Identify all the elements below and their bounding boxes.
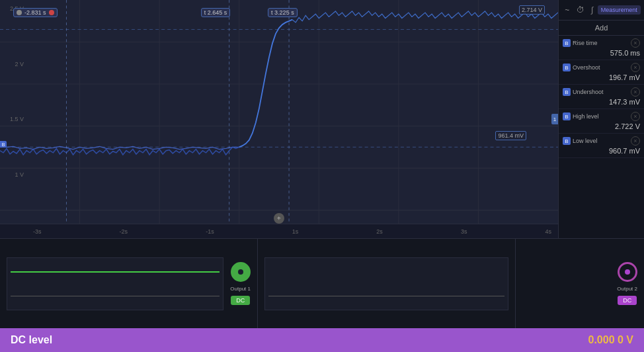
status-value: 0.000 0 V	[588, 334, 634, 346]
cursor-label-3: t 3.225 s	[268, 8, 298, 17]
measurement-rise-time-value: 575.0 ms	[563, 49, 640, 57]
channels-row: Output 1 DC Output 2 DC	[0, 238, 644, 328]
badge-undershoot: B	[563, 88, 571, 96]
channel-1-white-line	[11, 296, 220, 296]
waveform-svg	[0, 0, 558, 238]
channel-center-panel	[258, 239, 516, 328]
measurement-undershoot-label: B Undershoot	[563, 88, 604, 96]
tab-wave[interactable]: ~	[562, 4, 572, 16]
output1-inner-dot	[238, 269, 243, 275]
badge-low-level: B	[563, 137, 571, 145]
x-label-4s: 4s	[545, 228, 551, 235]
measurement-undershoot: B Undershoot × 147.3 mV	[559, 85, 644, 109]
scope-area[interactable]: 2.5 V 2 V 1.5 V 1 V 500 mV 2.714 V 961.4…	[0, 0, 558, 238]
y-label-15v: 1.5 V	[3, 116, 24, 122]
measurement-high-level-label: B High level	[563, 112, 599, 120]
trigger-icon[interactable]: ⌖	[274, 213, 284, 224]
y-label-2v: 2 V	[3, 61, 24, 67]
add-button[interactable]: Add	[559, 21, 644, 36]
cursor-label-1: -2.831 s	[13, 8, 58, 17]
x-label-m2s: -2s	[120, 228, 128, 235]
channel2-dc-button[interactable]: DC	[618, 296, 637, 305]
output2-button[interactable]	[618, 262, 637, 282]
measurement-low-level-value: 960.7 mV	[563, 147, 640, 155]
time-axis: -3s -2s -1s 1s 2s 3s 4s	[0, 224, 558, 238]
close-high-level[interactable]: ×	[631, 112, 640, 121]
tab-integral[interactable]: ∫	[588, 4, 596, 16]
close-low-level[interactable]: ×	[631, 136, 640, 146]
channel-1-mini-scope	[7, 257, 223, 310]
channel-2-controls: Output 2 DC	[617, 262, 637, 305]
voltage-marker-high: 2.714 V	[519, 5, 545, 15]
measurement-rise-time-label: B Rise time	[563, 39, 598, 47]
tab-timer[interactable]: ⏱	[574, 4, 587, 16]
x-label-2s: 2s	[376, 228, 383, 235]
close-rise-time[interactable]: ×	[631, 38, 640, 48]
channel-1-panel: Output 1 DC	[0, 239, 258, 328]
output1-label: Output 1	[230, 286, 251, 292]
channel-1-controls: Output 1 DC	[230, 262, 251, 305]
measurement-low-level: B Low level × 960.7 mV	[559, 134, 644, 158]
measurement-rise-time: B Rise time × 575.0 ms	[559, 36, 644, 60]
tab-measurement[interactable]: Measurement	[598, 5, 641, 15]
output2-inner-dot	[625, 269, 630, 275]
measurement-high-level-value: 2.722 V	[563, 122, 640, 130]
x-label-3s: 3s	[461, 228, 467, 235]
x-label-m1s: -1s	[206, 228, 214, 235]
status-bar: DC level 0.000 0 V	[0, 328, 644, 352]
sidebar: ~ ⏱ ∫ Measurement Add B Rise time × 575.…	[558, 0, 644, 238]
measurement-rise-time-header: B Rise time ×	[563, 38, 640, 48]
output1-button[interactable]	[231, 262, 251, 282]
channel-1-green-line	[11, 271, 220, 273]
measurement-overshoot-label: B Overshoot	[563, 64, 600, 71]
close-undershoot[interactable]: ×	[631, 87, 640, 97]
measurement-low-level-label: B Low level	[563, 137, 598, 145]
edge-marker: 1	[551, 114, 558, 124]
voltage-marker-low: 961.4 mV	[495, 131, 526, 140]
badge-overshoot: B	[563, 64, 571, 71]
measurement-undershoot-value: 147.3 mV	[563, 98, 640, 106]
channel1-dc-button[interactable]: DC	[231, 296, 250, 305]
top-area: 2.5 V 2 V 1.5 V 1 V 500 mV 2.714 V 961.4…	[0, 0, 644, 238]
channel-2-panel: Output 2 DC	[516, 239, 644, 328]
measurement-high-level-header: B High level ×	[563, 112, 640, 121]
close-overshoot[interactable]: ×	[631, 63, 640, 72]
badge-high-level: B	[563, 112, 571, 120]
measurement-high-level: B High level × 2.722 V	[559, 109, 644, 134]
app-container: 2.5 V 2 V 1.5 V 1 V 500 mV 2.714 V 961.4…	[0, 0, 644, 352]
measurement-undershoot-header: B Undershoot ×	[563, 87, 640, 97]
y-label-1v: 1 V	[3, 171, 24, 178]
measurement-low-level-header: B Low level ×	[563, 136, 640, 146]
measurement-overshoot-header: B Overshoot ×	[563, 63, 640, 72]
x-label-1s: 1s	[292, 228, 299, 235]
output2-label: Output 2	[617, 286, 637, 292]
zero-marker: B	[0, 141, 7, 148]
measurement-overshoot: B Overshoot × 196.7 mV	[559, 60, 644, 85]
measurement-overshoot-value: 196.7 mV	[563, 73, 640, 81]
cursor-label-2: t 2.645 s	[201, 8, 231, 17]
status-label: DC level	[11, 334, 52, 346]
y-axis-labels: 2.5 V 2 V 1.5 V 1 V 500 mV	[0, 0, 26, 238]
channel-center-gray-line	[268, 296, 504, 296]
badge-rise-time: B	[563, 39, 571, 47]
bottom-area: Output 1 DC Output 2 DC	[0, 238, 644, 352]
sidebar-tabs: ~ ⏱ ∫ Measurement	[559, 0, 644, 21]
x-label-m3s: -3s	[33, 228, 42, 235]
channel-center-mini-scope	[264, 257, 508, 310]
